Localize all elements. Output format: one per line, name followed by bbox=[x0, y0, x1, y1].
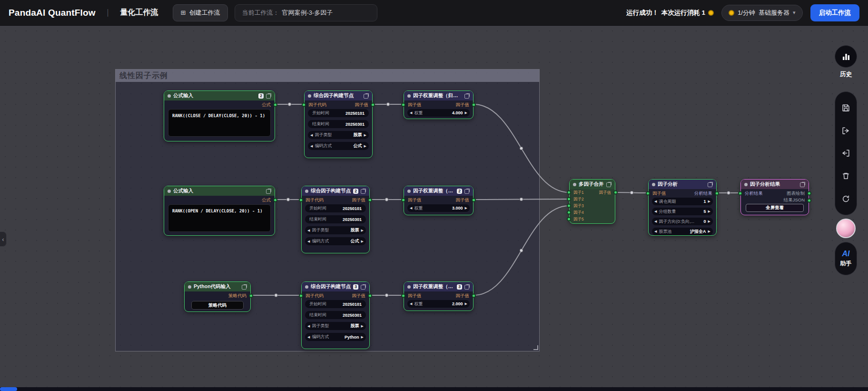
weight-stepper[interactable]: ◀ 权重 3.000 ▶ bbox=[407, 204, 470, 212]
formula-code-editor[interactable]: RANK((CLOSE / DELAY(CLOSE, 20)) - 1) bbox=[168, 109, 271, 137]
stepper-right-icon[interactable]: ▶ bbox=[465, 206, 467, 210]
expand-icon[interactable] bbox=[361, 284, 366, 290]
input-port[interactable] bbox=[299, 198, 303, 202]
edge-midpoint-dot[interactable] bbox=[727, 191, 730, 195]
delete-button[interactable] bbox=[839, 170, 853, 183]
select-factor-type[interactable]: ◀ 因子类型 股票 ▶ bbox=[308, 131, 369, 139]
stepper-left-icon[interactable]: ◀ bbox=[307, 240, 310, 243]
stepper-right-icon[interactable]: ▶ bbox=[708, 230, 710, 233]
node-weight-adjust-3[interactable]: 因子权重调整（归一化） 3 因子值 因子值 ◀ 权重 2.000 ▶ bbox=[404, 281, 473, 311]
stepper-right-icon[interactable]: ▶ bbox=[465, 111, 467, 115]
refresh-button[interactable] bbox=[839, 192, 853, 205]
output-port[interactable] bbox=[368, 294, 372, 298]
stepper-right-icon[interactable]: ▶ bbox=[364, 144, 366, 148]
edge-midpoint-dot[interactable] bbox=[630, 191, 633, 194]
output-port[interactable] bbox=[368, 198, 372, 202]
node-weight-adjust-2[interactable]: 因子权重调整（归一化） 2 因子值 因子值 ◀ 权重 3.000 ▶ bbox=[404, 186, 473, 215]
expand-icon[interactable] bbox=[464, 284, 470, 290]
node-factor-analysis[interactable]: 因子分析 因子值 分析结果 ◀ 调仓周期 1 ▶ ◀ 分组数量 5 ▶ ◀ 因子… bbox=[648, 179, 717, 236]
save-button[interactable] bbox=[839, 101, 853, 115]
stepper-left-icon[interactable]: ◀ bbox=[654, 200, 657, 203]
field-start-date[interactable]: 开始时间 20250101 bbox=[305, 300, 366, 308]
select-factor-type[interactable]: ◀ 因子类型 股票 ▶ bbox=[305, 226, 366, 234]
horizontal-scrollbar[interactable] bbox=[0, 387, 868, 391]
field-end-date[interactable]: 结束时间 20250301 bbox=[305, 311, 366, 319]
output-port[interactable] bbox=[807, 191, 811, 196]
expand-icon[interactable] bbox=[266, 189, 271, 194]
weight-stepper[interactable]: ◀ 权重 4.000 ▶ bbox=[407, 109, 470, 117]
expand-icon[interactable] bbox=[464, 93, 470, 99]
stepper-left-icon[interactable]: ◀ bbox=[310, 144, 313, 148]
expand-icon[interactable] bbox=[800, 182, 805, 187]
fullscreen-view-button[interactable]: 全屏查看 bbox=[746, 204, 804, 212]
node-header[interactable]: 因子权重调整（归一化） 2 bbox=[404, 186, 473, 196]
ai-assistant-button[interactable]: AI 助手 bbox=[835, 242, 857, 275]
input-port[interactable] bbox=[401, 198, 405, 202]
output-port[interactable] bbox=[249, 294, 253, 298]
input-port[interactable] bbox=[646, 191, 650, 196]
stepper-left-icon[interactable]: ◀ bbox=[410, 206, 412, 210]
input-port[interactable] bbox=[567, 190, 571, 195]
stepper-right-icon[interactable]: ▶ bbox=[465, 302, 467, 306]
server-selector[interactable]: 1/分钟 基础服务器 ▾ bbox=[721, 5, 802, 21]
output-port[interactable] bbox=[472, 198, 476, 202]
input-port[interactable] bbox=[567, 204, 571, 208]
stepper-left-icon[interactable]: ◀ bbox=[654, 220, 657, 223]
panel-collapse-handle[interactable]: ‹ bbox=[0, 231, 7, 247]
output-port[interactable] bbox=[472, 103, 476, 107]
field-start-date[interactable]: 开始时间 20250101 bbox=[305, 204, 366, 212]
field-start-date[interactable]: 开始时间 20250101 bbox=[308, 109, 369, 117]
node-factor-builder-1[interactable]: 综合因子构建节点 因子代码 因子值 开始时间 20250101 结束时间 202… bbox=[304, 90, 373, 158]
select-rebalance-period[interactable]: ◀ 调仓周期 1 ▶ bbox=[652, 198, 713, 205]
expand-icon[interactable] bbox=[266, 93, 271, 99]
node-header[interactable]: 因子权重调整（归一化） bbox=[404, 91, 473, 100]
stepper-left-icon[interactable]: ◀ bbox=[307, 335, 310, 339]
stepper-right-icon[interactable]: ▶ bbox=[361, 229, 364, 232]
select-stock-pool[interactable]: ◀ 股票池 沪深全A ▶ bbox=[652, 228, 713, 235]
select-code-mode[interactable]: ◀ 编码方式 Python ▶ bbox=[305, 333, 366, 341]
input-port[interactable] bbox=[567, 217, 571, 221]
group-resize-handle[interactable] bbox=[533, 345, 538, 350]
stepper-right-icon[interactable]: ▶ bbox=[364, 133, 366, 137]
select-code-mode[interactable]: ◀ 编码方式 公式 ▶ bbox=[308, 142, 369, 150]
input-port[interactable] bbox=[567, 211, 571, 215]
expand-icon[interactable] bbox=[364, 93, 369, 99]
workflow-canvas[interactable]: 线性因子示例 公式输入 2 公式 RANK((CLOSE / DELAY(CLO… bbox=[0, 26, 868, 391]
stepper-left-icon[interactable]: ◀ bbox=[307, 324, 310, 328]
expand-icon[interactable] bbox=[606, 182, 612, 187]
select-group-count[interactable]: ◀ 分组数量 5 ▶ bbox=[652, 208, 713, 215]
select-code-mode[interactable]: ◀ 编码方式 公式 ▶ bbox=[305, 237, 366, 245]
user-avatar[interactable] bbox=[836, 219, 856, 238]
output-port[interactable] bbox=[371, 103, 375, 107]
stepper-right-icon[interactable]: ▶ bbox=[708, 220, 710, 223]
formula-code-editor[interactable]: RANK((OPEN / DELAY(CLOSE, 20)) - 1) bbox=[168, 204, 271, 232]
export-button[interactable] bbox=[839, 124, 853, 137]
node-header[interactable]: Python代码输入 bbox=[185, 282, 250, 291]
stepper-left-icon[interactable]: ◀ bbox=[410, 111, 412, 115]
node-header[interactable]: 综合因子构建节点 3 bbox=[302, 282, 369, 291]
node-factor-builder-2[interactable]: 综合因子构建节点 2 因子代码 因子值 开始时间 20250101 结束时间 2… bbox=[301, 186, 370, 253]
node-header[interactable]: 公式输入 2 bbox=[164, 91, 275, 100]
select-factor-direction[interactable]: ◀ 因子方向(0:负向,... 0 ▶ bbox=[652, 218, 713, 225]
start-workflow-button[interactable]: 启动工作流 bbox=[810, 4, 860, 21]
output-port[interactable] bbox=[715, 191, 719, 196]
output-port[interactable] bbox=[613, 190, 618, 195]
input-port[interactable] bbox=[567, 197, 571, 201]
expand-icon[interactable] bbox=[242, 284, 247, 290]
edge-multi-factor-merge-to-factor-analysis[interactable] bbox=[615, 192, 648, 193]
stepper-right-icon[interactable]: ▶ bbox=[361, 324, 364, 328]
stepper-right-icon[interactable]: ▶ bbox=[361, 240, 364, 243]
expand-icon[interactable] bbox=[708, 182, 713, 187]
input-port[interactable] bbox=[401, 294, 405, 298]
expand-icon[interactable] bbox=[464, 189, 470, 194]
node-weight-adjust-1[interactable]: 因子权重调整（归一化） 因子值 因子值 ◀ 权重 4.000 ▶ bbox=[404, 90, 473, 119]
current-workflow-input[interactable]: 当前工作流： 官网案例-3-多因子 bbox=[235, 4, 377, 21]
node-formula-input-2[interactable]: 公式输入 公式 RANK((OPEN / DELAY(CLOSE, 20)) -… bbox=[164, 186, 275, 236]
select-factor-type[interactable]: ◀ 因子类型 股票 ▶ bbox=[305, 322, 366, 330]
output-port[interactable] bbox=[273, 103, 277, 107]
node-analysis-result[interactable]: 因子分析结果 分析结果 图表绘制 结果JSON 全屏查看 bbox=[740, 179, 809, 215]
node-formula-input-1[interactable]: 公式输入 2 公式 RANK((CLOSE / DELAY(CLOSE, 20)… bbox=[164, 90, 275, 141]
output-port[interactable] bbox=[807, 199, 811, 203]
node-header[interactable]: 综合因子构建节点 bbox=[305, 91, 372, 100]
input-port[interactable] bbox=[299, 294, 303, 298]
